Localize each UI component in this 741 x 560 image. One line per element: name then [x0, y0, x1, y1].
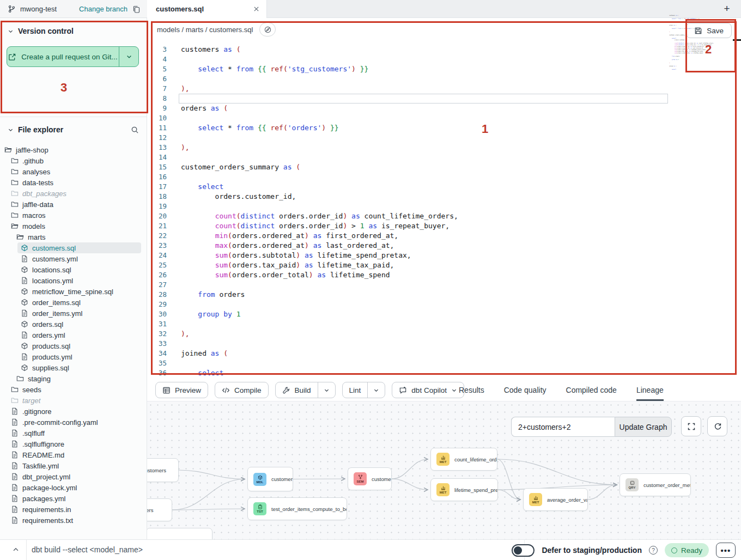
lineage-node-customer-order-metrics[interactable]: QRYcustomer_order_metrics	[619, 473, 691, 496]
code-line-10[interactable]: 10	[147, 113, 741, 123]
code-line-23[interactable]: 23 max(orders.ordered_at) as last_ordere…	[147, 241, 741, 251]
file-tree-item-dbt-packages[interactable]: dbt_packages	[0, 188, 145, 199]
code-line-14[interactable]: 14	[147, 153, 741, 162]
file-tree-item--pre-commit-config-yaml[interactable]: .pre-commit-config.yaml	[0, 417, 145, 428]
lineage-node-average-order-value[interactable]: METaverage_order_value	[523, 488, 588, 511]
lineage-node-stg-customers[interactable]: stg_customers	[147, 458, 179, 482]
code-line-11[interactable]: 11 select * from {{ ref('orders') }}	[147, 123, 741, 133]
code-line-13[interactable]: 13),	[147, 143, 741, 153]
code-line-4[interactable]: 4	[147, 54, 741, 64]
file-tree-item-seeds[interactable]: seeds	[0, 384, 145, 395]
tab-lineage[interactable]: Lineage	[636, 379, 664, 401]
file-tree-item-requirements-txt[interactable]: requirements.txt	[0, 515, 145, 526]
file-tree-item-taskfile-yml[interactable]: Taskfile.yml	[0, 460, 145, 471]
update-graph-button[interactable]: Update Graph	[615, 417, 672, 437]
code-line-28[interactable]: 28 from orders	[147, 290, 741, 300]
file-tree-item-order-items-sql[interactable]: order_items.sql	[0, 297, 145, 308]
more-options-button[interactable]: •••	[716, 543, 736, 558]
code-line-19[interactable]: 19	[147, 202, 741, 211]
code-line-26[interactable]: 26 sum(orders.order_total) as lifetime_s…	[147, 270, 741, 280]
lineage-node-customers-mdl[interactable]: MDLcustomers	[247, 467, 293, 491]
file-tree-item-products-sql[interactable]: products.sql	[0, 340, 145, 351]
code-line-31[interactable]: 31	[147, 319, 741, 329]
file-tree-item--gitignore[interactable]: .gitignore	[0, 406, 145, 417]
code-line-29[interactable]: 29	[147, 300, 741, 309]
tab-compiled-code[interactable]: Compiled code	[566, 379, 617, 401]
code-line-9[interactable]: 9orders as (	[147, 104, 741, 113]
compile-button[interactable]: Compile	[215, 382, 269, 398]
code-line-22[interactable]: 22 min(orders.ordered_at) as first_order…	[147, 231, 741, 241]
file-tree-item-packages-yml[interactable]: packages.yml	[0, 493, 145, 504]
code-line-25[interactable]: 25 sum(orders.tax_paid) as lifetime_tax_…	[147, 260, 741, 270]
build-dropdown-caret[interactable]	[318, 382, 335, 398]
file-tree-item-analyses[interactable]: analyses	[0, 166, 145, 177]
code-line-35[interactable]: 35	[147, 358, 741, 368]
file-tree-item-macros[interactable]: macros	[0, 210, 145, 221]
file-tree-item-package-lock-yml[interactable]: package-lock.yml	[0, 482, 145, 493]
code-line-32[interactable]: 32),	[147, 329, 741, 339]
code-editor[interactable]: 3customers as (4 5 select * from {{ ref(…	[147, 41, 741, 379]
file-tree-item-data-tests[interactable]: data-tests	[0, 177, 145, 188]
tab-results[interactable]: Results	[459, 379, 484, 401]
preview-button[interactable]: Preview	[155, 382, 208, 398]
file-tree-item-products-yml[interactable]: products.yml	[0, 351, 145, 362]
code-line-3[interactable]: 3customers as (	[147, 45, 741, 54]
command-input[interactable]: dbt build --select <model_name>	[32, 545, 143, 554]
code-line-5[interactable]: 5 select * from {{ ref('stg_customers') …	[147, 64, 741, 74]
file-tree-item-target[interactable]: target	[0, 395, 145, 406]
lineage-node-lifetime-spend-pretax[interactable]: METlifetime_spend_pretax	[430, 478, 498, 501]
file-tree-item-supplies-sql[interactable]: supplies.sql	[0, 362, 145, 373]
dbt-copilot-button[interactable]: dbt Copilot	[392, 382, 464, 398]
file-tree-item-order-items-yml[interactable]: order_items.yml	[0, 308, 145, 319]
file-tree-item-marts[interactable]: marts	[0, 232, 145, 242]
search-icon[interactable]	[131, 126, 139, 134]
file-tree-item-staging[interactable]: staging	[0, 373, 145, 384]
file-tree-item--sqlfluffignore[interactable]: .sqlfluffignore	[0, 439, 145, 449]
change-branch-link[interactable]: Change branch	[79, 5, 127, 13]
code-line-21[interactable]: 21 count(distinct orders.order_id) > 1 a…	[147, 221, 741, 231]
tab-customers-sql[interactable]: customers.sql	[147, 0, 267, 18]
refresh-button[interactable]	[707, 416, 727, 436]
code-line-24[interactable]: 24 sum(orders.subtotal) as lifetime_spen…	[147, 251, 741, 260]
lineage-node-orders[interactable]: orders	[147, 498, 172, 521]
pr-dropdown-caret[interactable]	[119, 47, 138, 66]
file-tree-item-customers-yml[interactable]: customers.yml	[0, 253, 145, 264]
code-line-16[interactable]: 16	[147, 172, 741, 182]
file-tree-item-metricflow-time-spine-sql[interactable]: metricflow_time_spine.sql	[0, 286, 145, 297]
code-line-7[interactable]: 7),	[147, 84, 741, 94]
help-icon[interactable]: ?	[649, 546, 658, 555]
file-explorer-header[interactable]: File explorer	[0, 123, 147, 136]
lineage-node-partial-node[interactable]	[147, 528, 212, 539]
code-line-34[interactable]: 34joined as (	[147, 349, 741, 358]
file-tree-item--sqlfluff[interactable]: .sqlfluff	[0, 428, 145, 439]
code-line-8[interactable]: 8	[147, 94, 741, 104]
code-line-27[interactable]: 27	[147, 280, 741, 290]
code-line-30[interactable]: 30 group by 1	[147, 309, 741, 319]
file-tree-item-locations-sql[interactable]: locations.sql	[0, 264, 145, 275]
lineage-selector-input[interactable]	[511, 417, 615, 437]
scrollbar-thumb[interactable]	[733, 39, 741, 41]
code-line-20[interactable]: 20 count(distinct orders.order_id) as co…	[147, 211, 741, 221]
file-tree-item-orders-sql[interactable]: orders.sql	[0, 319, 145, 330]
version-control-header[interactable]: Version control	[0, 25, 147, 38]
file-tree-item-orders-yml[interactable]: orders.yml	[0, 330, 145, 340]
lint-button[interactable]: Lint	[342, 382, 386, 398]
docs-compass-button[interactable]	[259, 22, 276, 36]
file-tree-item--github[interactable]: .github	[0, 155, 145, 166]
build-button[interactable]: Build	[275, 382, 336, 398]
code-line-15[interactable]: 15customer_orders_summary as (	[147, 162, 741, 172]
file-tree-item-models[interactable]: models	[0, 221, 145, 232]
code-line-6[interactable]: 6	[147, 74, 741, 84]
fullscreen-button[interactable]	[681, 416, 701, 436]
code-line-12[interactable]: 12	[147, 133, 741, 143]
code-line-18[interactable]: 18 orders.customer_id,	[147, 192, 741, 202]
file-tree-item-dbt-project-yml[interactable]: dbt_project.yml	[0, 471, 145, 482]
lineage-node-count-lifetime-orders[interactable]: METcount_lifetime_orders	[430, 448, 497, 471]
tab-code-quality[interactable]: Code quality	[504, 379, 546, 401]
code-line-33[interactable]: 33	[147, 339, 741, 349]
file-tree-item-jaffle-shop[interactable]: jaffle-shop	[0, 144, 145, 155]
lineage-node-customers-sem[interactable]: SEMcustomers	[348, 467, 392, 490]
close-icon[interactable]	[253, 5, 260, 13]
lint-dropdown-caret[interactable]	[367, 382, 385, 398]
code-line-17[interactable]: 17 select	[147, 182, 741, 192]
